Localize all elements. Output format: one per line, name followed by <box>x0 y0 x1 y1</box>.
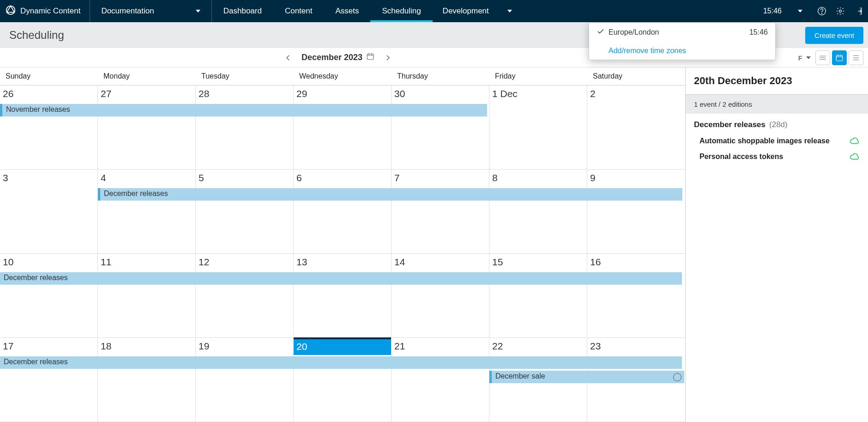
day-number: 27 <box>98 86 195 99</box>
event-bar-december-releases[interactable]: December releases <box>0 356 682 369</box>
day-number: 7 <box>392 170 489 183</box>
day-cell[interactable]: 1 Dec <box>489 86 587 170</box>
prev-month-button[interactable] <box>282 51 295 64</box>
day-cell[interactable]: 29 <box>294 86 392 170</box>
day-cell[interactable]: 17 December releases <box>0 338 98 422</box>
day-cell[interactable]: 22 December sale <box>489 338 587 422</box>
create-event-button[interactable]: Create event <box>805 27 863 44</box>
day-cell[interactable]: 14 <box>392 254 489 338</box>
day-cell[interactable]: 30 <box>392 86 489 170</box>
day-cell[interactable]: 15 <box>489 254 587 338</box>
next-month-button[interactable] <box>381 51 394 64</box>
event-bar-november-releases[interactable]: November releases <box>0 104 487 116</box>
doc-dropdown[interactable]: Documentation <box>90 0 211 22</box>
calendar-icon <box>366 52 374 63</box>
svg-rect-5 <box>836 55 843 61</box>
dev-dropdown[interactable]: Development <box>433 0 522 22</box>
day-cell[interactable]: 11 <box>98 254 196 338</box>
tab-dashboard[interactable]: Dashboard <box>212 0 273 22</box>
day-number: 4 <box>98 170 195 183</box>
day-cell[interactable]: 8 <box>489 170 587 254</box>
view-timeline-button[interactable] <box>815 50 830 65</box>
day-cell[interactable]: 16 <box>587 254 685 338</box>
side-event[interactable]: December releases (28d) <box>686 114 868 132</box>
doc-label: Documentation <box>101 6 154 16</box>
gear-icon[interactable] <box>831 6 850 16</box>
side-panel: 20th December 2023 1 event / 2 editions … <box>686 67 868 422</box>
day-cell[interactable]: 28 <box>196 86 294 170</box>
tab-content[interactable]: Content <box>273 0 324 22</box>
day-cell[interactable]: 27 <box>98 86 196 170</box>
weekday-label: Tuesday <box>196 67 294 85</box>
weekday-label: Friday <box>489 67 587 85</box>
tab-scheduling[interactable]: Scheduling <box>370 0 432 22</box>
content-area: Sunday Monday Tuesday Wednesday Thursday… <box>0 67 868 422</box>
toolbar-right: F <box>798 50 863 65</box>
day-cell-today[interactable]: 20 <box>294 338 392 422</box>
cloud-icon <box>850 136 860 146</box>
view-list-button[interactable] <box>849 50 863 65</box>
day-number: 29 <box>294 86 391 99</box>
day-cell[interactable]: 19 <box>196 338 294 422</box>
timezone-popover: Europe/London 15:46 Add/remove time zone… <box>589 22 776 60</box>
day-number: 22 <box>489 338 587 352</box>
dev-label: Development <box>443 6 489 16</box>
day-number: 12 <box>196 254 293 268</box>
timezone-name: Europe/London <box>609 28 749 37</box>
weekday-label: Thursday <box>392 67 489 85</box>
day-cell[interactable]: 2 <box>587 86 685 170</box>
day-cell[interactable]: 13 <box>294 254 392 338</box>
cloud-icon <box>850 152 860 162</box>
day-number: 21 <box>392 338 489 352</box>
day-cell[interactable]: 6 <box>294 170 392 254</box>
day-number: 30 <box>392 86 489 99</box>
day-number: 19 <box>196 338 293 352</box>
day-number: 23 <box>587 338 685 352</box>
weekday-label: Monday <box>98 67 196 85</box>
month-nav: December 2023 <box>282 51 394 64</box>
page-title: Scheduling <box>9 29 64 42</box>
tab-assets[interactable]: Assets <box>324 0 370 22</box>
weekday-label: Saturday <box>587 67 685 85</box>
day-cell[interactable]: 12 <box>196 254 294 338</box>
month-picker[interactable]: December 2023 <box>301 52 374 63</box>
day-number: 17 <box>0 338 97 352</box>
day-cell[interactable]: 18 <box>98 338 196 422</box>
event-bar-december-sale[interactable]: December sale <box>489 371 684 383</box>
day-cell[interactable]: 3 <box>0 170 98 254</box>
day-number: 1 Dec <box>489 86 587 99</box>
day-cell[interactable]: 10 December releases <box>0 254 98 338</box>
day-cell[interactable]: 4 December releases <box>98 170 196 254</box>
weekday-label: Wednesday <box>294 67 392 85</box>
clock-dropdown[interactable]: 15:46 <box>753 7 813 15</box>
filter-dropdown[interactable]: F <box>798 54 811 62</box>
day-cell[interactable]: 5 <box>196 170 294 254</box>
day-number: 5 <box>196 170 293 183</box>
svg-point-2 <box>822 13 822 14</box>
edition-label: Automatic shoppable images release <box>699 137 830 145</box>
logout-icon[interactable] <box>850 6 868 16</box>
svg-rect-4 <box>367 54 374 60</box>
caret-down-icon <box>507 10 512 12</box>
day-cell[interactable]: 7 <box>392 170 489 254</box>
event-bar-december-releases[interactable]: December releases <box>98 188 682 201</box>
side-subtitle: 1 event / 2 editions <box>686 95 868 114</box>
event-bar-december-releases[interactable]: December releases <box>0 272 682 285</box>
brand[interactable]: Dynamic Content <box>0 0 90 22</box>
timezone-item[interactable]: Europe/London 15:46 <box>589 23 775 42</box>
clock-label: 15:46 <box>763 7 782 15</box>
view-calendar-button[interactable] <box>832 50 847 65</box>
day-cell[interactable]: 9 <box>587 170 685 254</box>
add-timezone-link[interactable]: Add/remove time zones <box>589 42 775 60</box>
day-cell[interactable]: 21 <box>392 338 489 422</box>
check-icon <box>597 27 609 37</box>
edition-row[interactable]: Automatic shoppable images release <box>686 132 868 148</box>
brand-logo-icon <box>6 5 16 18</box>
day-number: 20 <box>294 337 391 355</box>
add-timezone-label: Add/remove time zones <box>609 47 686 55</box>
view-toggle <box>815 50 863 65</box>
day-number: 28 <box>196 86 293 99</box>
edition-row[interactable]: Personal access tokens <box>686 148 868 164</box>
help-icon[interactable] <box>813 6 831 16</box>
day-cell[interactable]: 26 November releases <box>0 86 98 170</box>
